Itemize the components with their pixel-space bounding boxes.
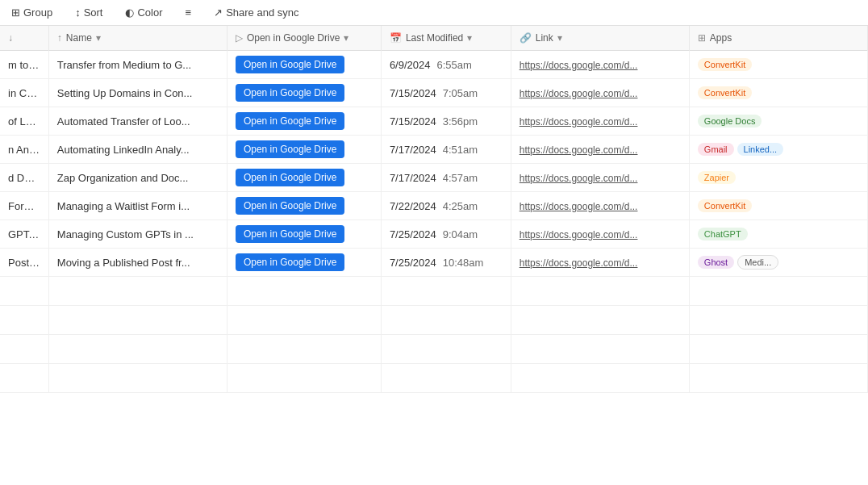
cell-apps: GhostMedi... bbox=[689, 249, 867, 277]
mod-date: 7/17/2024 bbox=[390, 172, 436, 184]
group-label: Group bbox=[23, 6, 52, 19]
mod-time: 4:57am bbox=[443, 172, 478, 184]
link-col-icon: 🔗 bbox=[520, 32, 532, 44]
empty-row bbox=[0, 335, 868, 364]
open-in-drive-button[interactable]: Open in Google Drive bbox=[236, 140, 344, 158]
mod-date: 7/15/2024 bbox=[390, 87, 436, 99]
cell-apps: ConvertKit bbox=[689, 51, 867, 79]
cell-name: Automated Transfer of Loo... bbox=[48, 107, 227, 136]
col-link-label: Link bbox=[536, 32, 553, 44]
share-sync-button[interactable]: ↗ Share and sync bbox=[209, 5, 303, 20]
app-tag-zapier[interactable]: Zapier bbox=[698, 171, 736, 184]
col-name-label: Name bbox=[66, 32, 92, 44]
link-text[interactable]: https://docs.google.com/d... bbox=[520, 116, 638, 128]
col-header-apps[interactable]: ⊞ Apps bbox=[689, 26, 867, 51]
sort-col-icon: ↓ bbox=[8, 32, 13, 44]
cell-link[interactable]: https://docs.google.com/d... bbox=[511, 192, 689, 220]
cell-link[interactable]: https://docs.google.com/d... bbox=[511, 107, 689, 136]
name-col-icon: ↑ bbox=[57, 32, 62, 44]
app-tag-convertkit[interactable]: ConvertKit bbox=[698, 58, 752, 71]
color-button[interactable]: ◐ Color bbox=[120, 5, 167, 20]
cell-link[interactable]: https://docs.google.com/d... bbox=[511, 79, 689, 107]
drive-col-chevron: ▾ bbox=[344, 32, 348, 44]
cell-name: Setting Up Domains in Con... bbox=[48, 79, 227, 107]
link-text[interactable]: https://docs.google.com/d... bbox=[520, 229, 638, 240]
cell-apps: Google Docs bbox=[689, 107, 867, 136]
mod-date: 7/22/2024 bbox=[390, 200, 436, 212]
link-text[interactable]: https://docs.google.com/d... bbox=[520, 257, 638, 269]
cell-modified: 7/25/20249:04am bbox=[381, 220, 511, 249]
cell-drive: Open in Google Drive bbox=[227, 107, 381, 136]
cell-name: Transfer from Medium to G... bbox=[48, 51, 227, 79]
mod-date: 7/25/2024 bbox=[390, 257, 436, 269]
table-container: ↓ ↑ Name ▾ ▷ Open in Google Drive ▾ bbox=[0, 26, 868, 393]
mod-time: 10:48am bbox=[443, 257, 484, 269]
cell-prefix: d Doc... bbox=[0, 164, 48, 192]
app-tag-convertkit[interactable]: ConvertKit bbox=[698, 86, 752, 99]
cell-modified: 7/15/20247:05am bbox=[381, 79, 511, 107]
table-row: m to G...Transfer from Medium to G...Ope… bbox=[0, 51, 868, 79]
cell-name: Moving a Published Post fr... bbox=[48, 249, 227, 277]
col-header-prefix[interactable]: ↓ bbox=[0, 26, 48, 51]
cell-apps: ChatGPT bbox=[689, 220, 867, 249]
table-row: GPTs in ...Managing Custom GPTs in ...Op… bbox=[0, 220, 868, 249]
cell-link[interactable]: https://docs.google.com/d... bbox=[511, 249, 689, 277]
link-col-chevron: ▾ bbox=[557, 32, 562, 44]
table-row: Form i...Managing a Waitlist Form i...Op… bbox=[0, 192, 868, 220]
cell-prefix: Post fr... bbox=[0, 249, 48, 277]
app-tag-convertkit[interactable]: ConvertKit bbox=[698, 199, 752, 212]
table-row: of Loo...Automated Transfer of Loo...Ope… bbox=[0, 107, 868, 136]
col-header-name[interactable]: ↑ Name ▾ bbox=[48, 26, 227, 51]
columns-button[interactable]: ≡ bbox=[181, 5, 197, 20]
app-tag-gmail[interactable]: Gmail bbox=[698, 143, 734, 156]
cell-drive: Open in Google Drive bbox=[227, 79, 381, 107]
link-text[interactable]: https://docs.google.com/d... bbox=[520, 144, 638, 156]
cell-drive: Open in Google Drive bbox=[227, 164, 381, 192]
cell-apps: ConvertKit bbox=[689, 79, 867, 107]
app-tag-linkedin[interactable]: Linked... bbox=[737, 143, 784, 156]
cell-prefix: of Loo... bbox=[0, 107, 48, 136]
col-header-drive[interactable]: ▷ Open in Google Drive ▾ bbox=[227, 26, 381, 51]
open-in-drive-button[interactable]: Open in Google Drive bbox=[236, 197, 344, 215]
cell-apps: ConvertKit bbox=[689, 192, 867, 220]
columns-icon: ≡ bbox=[186, 6, 192, 19]
table-header-row: ↓ ↑ Name ▾ ▷ Open in Google Drive ▾ bbox=[0, 26, 868, 51]
cell-link[interactable]: https://docs.google.com/d... bbox=[511, 220, 689, 249]
col-drive-label: Open in Google Drive bbox=[247, 32, 340, 44]
open-in-drive-button[interactable]: Open in Google Drive bbox=[236, 56, 344, 73]
mod-date: 6/9/2024 bbox=[390, 59, 431, 71]
mod-time: 4:25am bbox=[443, 200, 478, 212]
app-tag-googledocs[interactable]: Google Docs bbox=[698, 115, 762, 128]
cell-drive: Open in Google Drive bbox=[227, 220, 381, 249]
app-tag-chatgpt[interactable]: ChatGPT bbox=[698, 228, 748, 240]
col-header-modified[interactable]: 📅 Last Modified ▾ bbox=[381, 26, 511, 51]
col-header-link[interactable]: 🔗 Link ▾ bbox=[511, 26, 689, 51]
cell-prefix: GPTs in ... bbox=[0, 220, 48, 249]
cell-name: Zap Organization and Doc... bbox=[48, 164, 227, 192]
empty-row bbox=[0, 306, 868, 335]
cell-link[interactable]: https://docs.google.com/d... bbox=[511, 164, 689, 192]
modified-col-icon: 📅 bbox=[390, 32, 402, 44]
app-tag-ghost[interactable]: Ghost bbox=[698, 256, 734, 269]
open-in-drive-button[interactable]: Open in Google Drive bbox=[236, 169, 344, 186]
col-apps-label: Apps bbox=[710, 32, 732, 44]
cell-link[interactable]: https://docs.google.com/d... bbox=[511, 51, 689, 79]
group-icon: ⊞ bbox=[11, 6, 20, 19]
table-row: in Con...Setting Up Domains in Con...Ope… bbox=[0, 79, 868, 107]
table-row: Post fr...Moving a Published Post fr...O… bbox=[0, 249, 868, 277]
open-in-drive-button[interactable]: Open in Google Drive bbox=[236, 253, 344, 271]
open-in-drive-button[interactable]: Open in Google Drive bbox=[236, 112, 344, 130]
sort-button[interactable]: ↕ Sort bbox=[70, 5, 107, 20]
link-text[interactable]: https://docs.google.com/d... bbox=[520, 173, 638, 184]
mod-date: 7/15/2024 bbox=[390, 115, 436, 128]
cell-drive: Open in Google Drive bbox=[227, 51, 381, 79]
open-in-drive-button[interactable]: Open in Google Drive bbox=[236, 84, 344, 102]
cell-modified: 7/15/20243:56pm bbox=[381, 107, 511, 136]
open-in-drive-button[interactable]: Open in Google Drive bbox=[236, 225, 344, 243]
group-button[interactable]: ⊞ Group bbox=[6, 5, 57, 20]
cell-link[interactable]: https://docs.google.com/d... bbox=[511, 136, 689, 164]
link-text[interactable]: https://docs.google.com/d... bbox=[520, 201, 638, 212]
link-text[interactable]: https://docs.google.com/d... bbox=[520, 60, 638, 71]
link-text[interactable]: https://docs.google.com/d... bbox=[520, 88, 638, 99]
app-tag-medium[interactable]: Medi... bbox=[737, 255, 778, 270]
